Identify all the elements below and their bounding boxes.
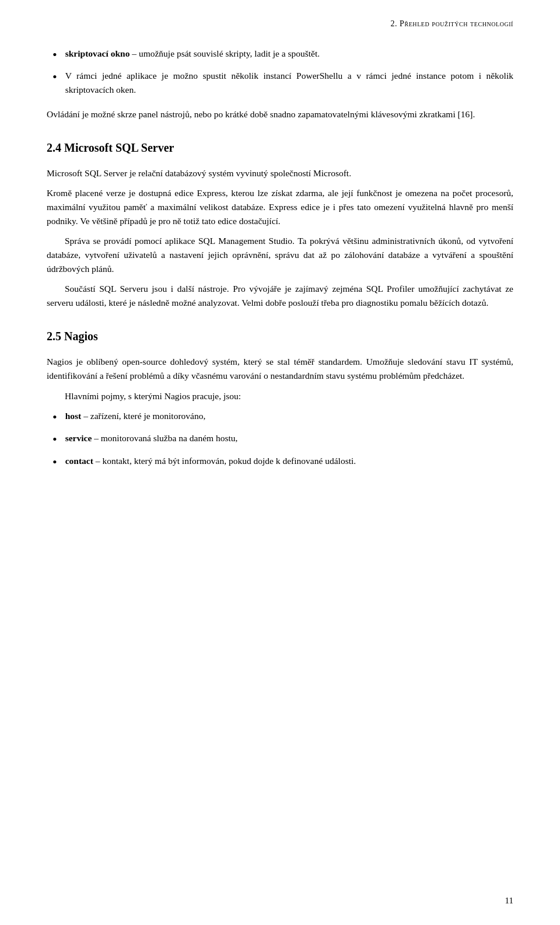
bullet-icon: • xyxy=(52,47,57,64)
sql-para-3: Správa se provádí pomocí aplikace SQL Ma… xyxy=(47,234,513,276)
section-sql-heading: 2.4 Microsoft SQL Server xyxy=(47,139,513,157)
bullet-text-host: host – zařízení, které je monitorováno, xyxy=(65,409,513,423)
bullet-text-contact: contact – kontakt, který má být informov… xyxy=(65,454,513,468)
list-item-contact: • contact – kontakt, který má být inform… xyxy=(47,454,513,471)
nagios-para-2: Hlavními pojmy, s kterými Nagios pracuje… xyxy=(47,389,513,403)
bullet-icon: • xyxy=(52,431,57,448)
list-item: • skriptovací okno – umožňuje psát souvi… xyxy=(47,47,513,64)
page-number: 11 xyxy=(505,896,513,905)
nagios-bullet-list: • host – zařízení, které je monitorováno… xyxy=(47,409,513,471)
sql-para-2: Kromě placené verze je dostupná edice Ex… xyxy=(47,186,513,228)
bullet-icon: • xyxy=(52,69,57,86)
sql-para-1: Microsoft SQL Server je relační databázo… xyxy=(47,166,513,180)
page-header: 2. Přehled použitých technologií xyxy=(47,18,513,30)
bullet-text: skriptovací okno – umožňuje psát souvisl… xyxy=(65,47,513,61)
sql-para-4: Součástí SQL Serveru jsou i další nástro… xyxy=(47,282,513,310)
paragraph-ovladani: Ovládání je možné skrze panel nástrojů, … xyxy=(47,107,513,121)
list-item-host: • host – zařízení, které je monitorováno… xyxy=(47,409,513,426)
nagios-para-1: Nagios je oblíbený open-source dohledový… xyxy=(47,355,513,383)
page-footer: 11 xyxy=(505,894,513,907)
section-sql-title: 2.4 Microsoft SQL Server xyxy=(47,141,174,154)
list-item-service: • service – monitorovaná služba na daném… xyxy=(47,431,513,448)
bullet-icon: • xyxy=(52,454,57,471)
bullet-text-service: service – monitorovaná služba na daném h… xyxy=(65,431,513,445)
intro-bullet-list: • skriptovací okno – umožňuje psát souvi… xyxy=(47,47,513,97)
bullet-icon: • xyxy=(52,409,57,426)
bullet-text: V rámci jedné aplikace je možno spustit … xyxy=(65,69,513,97)
term-contact: contact xyxy=(65,456,93,466)
section-nagios-title: 2.5 Nagios xyxy=(47,330,98,343)
section-nagios-heading: 2.5 Nagios xyxy=(47,327,513,345)
term-host: host xyxy=(65,411,82,421)
header-title: 2. Přehled použitých technologií xyxy=(390,19,513,28)
page: 2. Přehled použitých technologií • skrip… xyxy=(0,0,560,925)
term-service: service xyxy=(65,433,92,443)
bullet-term: skriptovací okno xyxy=(65,48,130,58)
list-item: • V rámci jedné aplikace je možno spusti… xyxy=(47,69,513,97)
